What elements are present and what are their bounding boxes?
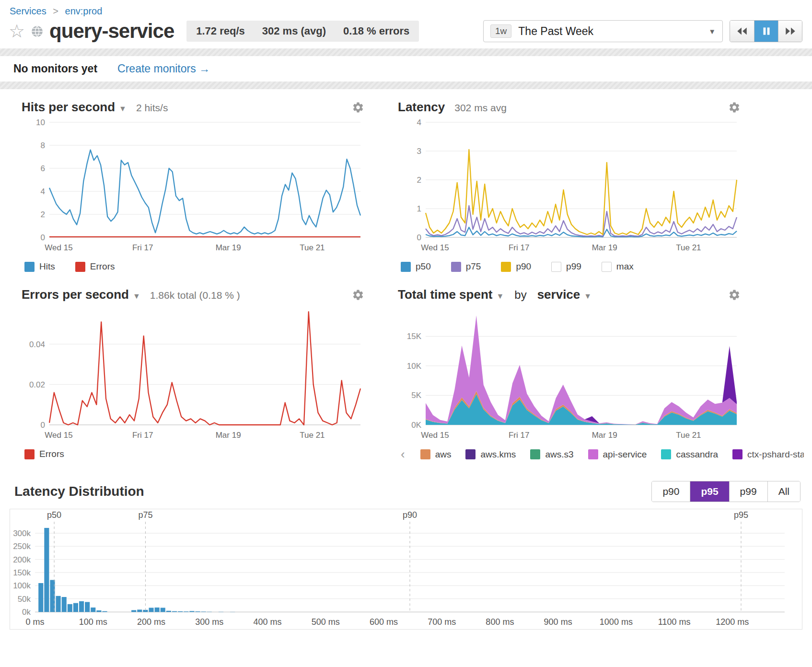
- breadcrumb-services[interactable]: Services: [10, 6, 46, 16]
- time-range-select[interactable]: 1w The Past Week ▼: [483, 20, 723, 42]
- chart-settings-gear-icon[interactable]: [728, 101, 741, 114]
- svg-text:300 ms: 300 ms: [195, 617, 223, 627]
- legend-item-api-service[interactable]: api-service: [588, 449, 647, 460]
- breadcrumb-env[interactable]: env:prod: [65, 6, 103, 16]
- legend-swatch: [602, 262, 612, 272]
- svg-text:Mar 19: Mar 19: [592, 243, 617, 252]
- svg-text:p50: p50: [47, 510, 61, 520]
- service-stats: 1.72 req/s 302 ms (avg) 0.18 % errors: [186, 21, 419, 42]
- legend-item-Hits[interactable]: Hits: [24, 261, 55, 272]
- latency-distribution-panel: 0k50k100k150k200k250k300k0 ms100 ms200 m…: [10, 509, 802, 630]
- pause-icon: [760, 26, 773, 36]
- legend-item-Errors[interactable]: Errors: [75, 261, 115, 272]
- legend-label: p90: [516, 261, 531, 272]
- percentile-button-p95[interactable]: p95: [690, 481, 729, 502]
- legend-item-p75[interactable]: p75: [451, 261, 481, 272]
- svg-text:1200 ms: 1200 ms: [716, 617, 749, 627]
- svg-text:Tue 21: Tue 21: [300, 431, 325, 440]
- chart-settings-gear-icon[interactable]: [352, 289, 364, 301]
- legend-item-max[interactable]: max: [602, 261, 634, 272]
- legend-label: p50: [416, 261, 431, 272]
- stat-requests: 1.72 req/s: [196, 25, 245, 37]
- legend-scroll-left-icon[interactable]: ‹: [401, 447, 405, 462]
- rewind-button[interactable]: [730, 21, 754, 42]
- pause-button[interactable]: [754, 21, 778, 42]
- svg-text:100k: 100k: [13, 581, 31, 590]
- legend-swatch: [588, 449, 598, 459]
- svg-text:700 ms: 700 ms: [428, 617, 456, 627]
- svg-text:Fri 17: Fri 17: [132, 431, 153, 440]
- legend-item-p99[interactable]: p99: [551, 261, 581, 272]
- legend-item-aws.s3[interactable]: aws.s3: [530, 449, 573, 460]
- percentile-buttons: p90p95p99All: [651, 481, 800, 502]
- svg-text:15K: 15K: [407, 332, 422, 341]
- legend-item-Errors[interactable]: Errors: [24, 449, 64, 459]
- svg-text:Wed 15: Wed 15: [45, 431, 72, 440]
- chevron-down-icon[interactable]: ▼: [133, 292, 140, 301]
- forward-button[interactable]: [778, 21, 802, 42]
- errors-plot[interactable]: 00.020.04Wed 15Fri 17Mar 19Tue 21: [22, 303, 364, 442]
- svg-text:900 ms: 900 ms: [544, 617, 572, 627]
- monitors-message: No monitors yet: [13, 62, 97, 75]
- percentile-button-All[interactable]: All: [767, 481, 800, 502]
- svg-text:Fri 17: Fri 17: [509, 431, 529, 440]
- svg-text:p75: p75: [138, 510, 152, 520]
- service-header: ☆ query-service 1.72 req/s 302 ms (avg) …: [0, 18, 812, 48]
- svg-text:Wed 15: Wed 15: [421, 243, 449, 252]
- time-range-badge: 1w: [490, 24, 511, 38]
- legend-label: p99: [566, 261, 581, 272]
- divider-stripe: [0, 48, 812, 56]
- legend-item-p90[interactable]: p90: [501, 261, 531, 272]
- svg-text:8: 8: [41, 141, 45, 150]
- legend-swatch: [551, 262, 561, 272]
- hits-legend: HitsErrors: [22, 259, 364, 274]
- latency-distribution-plot[interactable]: 0k50k100k150k200k250k300k0 ms100 ms200 m…: [10, 509, 802, 629]
- chevron-down-icon: ▼: [708, 27, 716, 35]
- time-range-label: The Past Week: [518, 25, 593, 38]
- charts-grid: Hits per second ▼ 2 hits/s 0246810Wed 15…: [22, 100, 741, 462]
- hits-chart-title[interactable]: Hits per second: [22, 100, 115, 115]
- hits-plot[interactable]: 0246810Wed 15Fri 17Mar 19Tue 21: [22, 116, 364, 255]
- stat-errors: 0.18 % errors: [343, 25, 409, 37]
- legend-swatch: [75, 262, 85, 272]
- legend-item-aws.kms[interactable]: aws.kms: [465, 449, 516, 460]
- legend-label: cassandra: [676, 449, 718, 460]
- chart-settings-gear-icon[interactable]: [352, 101, 364, 114]
- create-monitors-link[interactable]: Create monitors →: [117, 62, 210, 75]
- latency-plot[interactable]: 01234Wed 15Fri 17Mar 19Tue 21: [398, 116, 741, 255]
- errors-chart-title[interactable]: Errors per second: [22, 287, 129, 302]
- svg-text:10: 10: [36, 118, 45, 127]
- svg-text:2: 2: [41, 210, 45, 219]
- svg-text:Tue 21: Tue 21: [676, 243, 701, 252]
- svg-text:Mar 19: Mar 19: [592, 431, 617, 440]
- legend-swatch: [401, 262, 411, 272]
- time-spent-chart-title[interactable]: Total time spent: [398, 287, 492, 302]
- svg-text:p95: p95: [734, 510, 748, 520]
- chevron-down-icon[interactable]: ▼: [496, 292, 504, 301]
- svg-text:10K: 10K: [407, 362, 422, 371]
- time-spent-plot[interactable]: 0K5K10K15KWed 15Fri 17Mar 19Tue 21: [398, 303, 741, 442]
- time-spent-group-select[interactable]: service: [537, 287, 580, 302]
- stat-latency: 302 ms (avg): [262, 25, 326, 37]
- svg-text:200k: 200k: [13, 555, 31, 564]
- percentile-button-p90[interactable]: p90: [652, 481, 690, 502]
- legend-label: aws: [435, 449, 452, 460]
- favorite-star-icon[interactable]: ☆: [9, 22, 25, 40]
- percentile-button-p99[interactable]: p99: [729, 481, 767, 502]
- legend-item-ctx-pshard-sta[interactable]: ctx-pshard-sta: [732, 449, 804, 460]
- svg-text:Wed 15: Wed 15: [421, 431, 449, 440]
- svg-text:p90: p90: [403, 510, 417, 520]
- svg-text:Mar 19: Mar 19: [216, 243, 241, 252]
- latency-distribution-title: Latency Distribution: [14, 484, 144, 499]
- latency-legend: p50p75p90p99max: [398, 259, 741, 274]
- chevron-down-icon[interactable]: ▼: [584, 292, 592, 301]
- legend-item-cassandra[interactable]: cassandra: [661, 449, 718, 460]
- legend-swatch: [732, 449, 742, 459]
- chart-settings-gear-icon[interactable]: [728, 289, 741, 301]
- errors-chart-subtitle: 1.86k total (0.18 % ): [150, 290, 240, 301]
- legend-item-p50[interactable]: p50: [401, 261, 431, 272]
- errors-legend: Errors: [22, 447, 364, 461]
- rewind-icon: [736, 26, 748, 36]
- legend-item-aws[interactable]: aws: [420, 449, 452, 460]
- chevron-down-icon[interactable]: ▼: [119, 105, 127, 113]
